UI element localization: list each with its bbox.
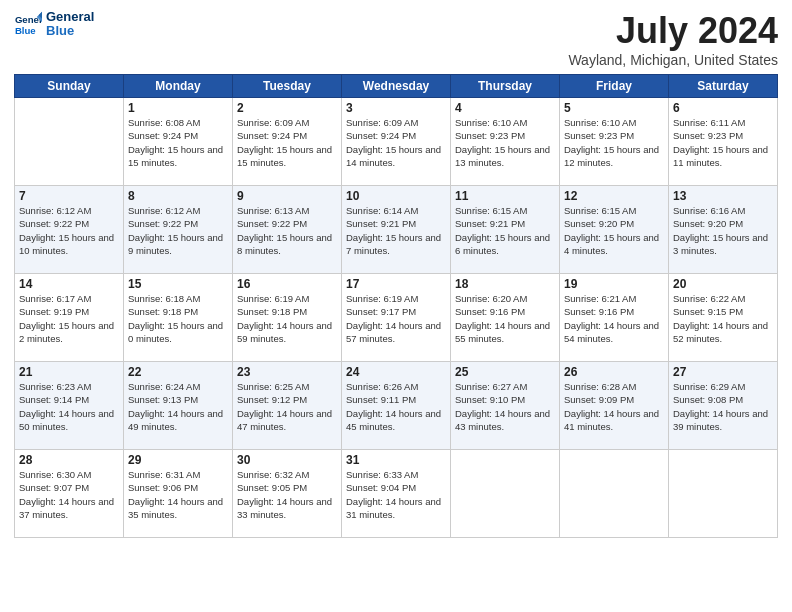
day-info: Sunrise: 6:31 AMSunset: 9:06 PMDaylight:… xyxy=(128,468,228,521)
weekday-header-friday: Friday xyxy=(560,75,669,98)
calendar-cell: 27Sunrise: 6:29 AMSunset: 9:08 PMDayligh… xyxy=(669,362,778,450)
calendar-week-row: 1Sunrise: 6:08 AMSunset: 9:24 PMDaylight… xyxy=(15,98,778,186)
calendar-cell: 18Sunrise: 6:20 AMSunset: 9:16 PMDayligh… xyxy=(451,274,560,362)
weekday-header-saturday: Saturday xyxy=(669,75,778,98)
calendar-cell: 30Sunrise: 6:32 AMSunset: 9:05 PMDayligh… xyxy=(233,450,342,538)
calendar-cell xyxy=(15,98,124,186)
weekday-header-sunday: Sunday xyxy=(15,75,124,98)
day-info: Sunrise: 6:33 AMSunset: 9:04 PMDaylight:… xyxy=(346,468,446,521)
day-number: 14 xyxy=(19,277,119,291)
day-info: Sunrise: 6:25 AMSunset: 9:12 PMDaylight:… xyxy=(237,380,337,433)
day-info: Sunrise: 6:16 AMSunset: 9:20 PMDaylight:… xyxy=(673,204,773,257)
calendar-cell: 22Sunrise: 6:24 AMSunset: 9:13 PMDayligh… xyxy=(124,362,233,450)
day-info: Sunrise: 6:22 AMSunset: 9:15 PMDaylight:… xyxy=(673,292,773,345)
day-info: Sunrise: 6:19 AMSunset: 9:17 PMDaylight:… xyxy=(346,292,446,345)
day-number: 26 xyxy=(564,365,664,379)
month-title: July 2024 xyxy=(568,10,778,52)
day-info: Sunrise: 6:12 AMSunset: 9:22 PMDaylight:… xyxy=(19,204,119,257)
day-info: Sunrise: 6:26 AMSunset: 9:11 PMDaylight:… xyxy=(346,380,446,433)
calendar-cell: 10Sunrise: 6:14 AMSunset: 9:21 PMDayligh… xyxy=(342,186,451,274)
calendar-cell: 23Sunrise: 6:25 AMSunset: 9:12 PMDayligh… xyxy=(233,362,342,450)
calendar-table: SundayMondayTuesdayWednesdayThursdayFrid… xyxy=(14,74,778,538)
calendar-cell: 14Sunrise: 6:17 AMSunset: 9:19 PMDayligh… xyxy=(15,274,124,362)
day-number: 29 xyxy=(128,453,228,467)
day-number: 4 xyxy=(455,101,555,115)
day-number: 22 xyxy=(128,365,228,379)
day-number: 21 xyxy=(19,365,119,379)
day-info: Sunrise: 6:32 AMSunset: 9:05 PMDaylight:… xyxy=(237,468,337,521)
day-info: Sunrise: 6:14 AMSunset: 9:21 PMDaylight:… xyxy=(346,204,446,257)
day-info: Sunrise: 6:17 AMSunset: 9:19 PMDaylight:… xyxy=(19,292,119,345)
weekday-header-tuesday: Tuesday xyxy=(233,75,342,98)
day-info: Sunrise: 6:29 AMSunset: 9:08 PMDaylight:… xyxy=(673,380,773,433)
calendar-cell: 26Sunrise: 6:28 AMSunset: 9:09 PMDayligh… xyxy=(560,362,669,450)
calendar-cell xyxy=(669,450,778,538)
day-number: 8 xyxy=(128,189,228,203)
day-number: 28 xyxy=(19,453,119,467)
calendar-week-row: 28Sunrise: 6:30 AMSunset: 9:07 PMDayligh… xyxy=(15,450,778,538)
day-number: 13 xyxy=(673,189,773,203)
day-number: 6 xyxy=(673,101,773,115)
day-number: 30 xyxy=(237,453,337,467)
weekday-header-thursday: Thursday xyxy=(451,75,560,98)
day-number: 10 xyxy=(346,189,446,203)
calendar-cell: 11Sunrise: 6:15 AMSunset: 9:21 PMDayligh… xyxy=(451,186,560,274)
calendar-cell: 13Sunrise: 6:16 AMSunset: 9:20 PMDayligh… xyxy=(669,186,778,274)
day-info: Sunrise: 6:27 AMSunset: 9:10 PMDaylight:… xyxy=(455,380,555,433)
calendar-cell: 8Sunrise: 6:12 AMSunset: 9:22 PMDaylight… xyxy=(124,186,233,274)
day-number: 19 xyxy=(564,277,664,291)
calendar-cell: 25Sunrise: 6:27 AMSunset: 9:10 PMDayligh… xyxy=(451,362,560,450)
day-info: Sunrise: 6:08 AMSunset: 9:24 PMDaylight:… xyxy=(128,116,228,169)
calendar-cell: 9Sunrise: 6:13 AMSunset: 9:22 PMDaylight… xyxy=(233,186,342,274)
weekday-header-wednesday: Wednesday xyxy=(342,75,451,98)
svg-text:Blue: Blue xyxy=(15,25,36,36)
location: Wayland, Michigan, United States xyxy=(568,52,778,68)
day-number: 7 xyxy=(19,189,119,203)
logo: General Blue General Blue xyxy=(14,10,94,39)
day-number: 31 xyxy=(346,453,446,467)
day-number: 9 xyxy=(237,189,337,203)
day-number: 2 xyxy=(237,101,337,115)
day-info: Sunrise: 6:12 AMSunset: 9:22 PMDaylight:… xyxy=(128,204,228,257)
day-info: Sunrise: 6:10 AMSunset: 9:23 PMDaylight:… xyxy=(564,116,664,169)
day-number: 27 xyxy=(673,365,773,379)
calendar-cell: 24Sunrise: 6:26 AMSunset: 9:11 PMDayligh… xyxy=(342,362,451,450)
day-info: Sunrise: 6:09 AMSunset: 9:24 PMDaylight:… xyxy=(237,116,337,169)
calendar-cell: 7Sunrise: 6:12 AMSunset: 9:22 PMDaylight… xyxy=(15,186,124,274)
weekday-header-monday: Monday xyxy=(124,75,233,98)
day-number: 5 xyxy=(564,101,664,115)
calendar-cell: 6Sunrise: 6:11 AMSunset: 9:23 PMDaylight… xyxy=(669,98,778,186)
day-number: 18 xyxy=(455,277,555,291)
logo-general: General xyxy=(46,10,94,24)
day-info: Sunrise: 6:15 AMSunset: 9:21 PMDaylight:… xyxy=(455,204,555,257)
calendar-week-row: 7Sunrise: 6:12 AMSunset: 9:22 PMDaylight… xyxy=(15,186,778,274)
day-info: Sunrise: 6:10 AMSunset: 9:23 PMDaylight:… xyxy=(455,116,555,169)
day-number: 25 xyxy=(455,365,555,379)
day-info: Sunrise: 6:23 AMSunset: 9:14 PMDaylight:… xyxy=(19,380,119,433)
calendar-cell xyxy=(560,450,669,538)
calendar-cell: 4Sunrise: 6:10 AMSunset: 9:23 PMDaylight… xyxy=(451,98,560,186)
day-info: Sunrise: 6:13 AMSunset: 9:22 PMDaylight:… xyxy=(237,204,337,257)
day-info: Sunrise: 6:11 AMSunset: 9:23 PMDaylight:… xyxy=(673,116,773,169)
day-number: 3 xyxy=(346,101,446,115)
header: General Blue General Blue July 2024 Wayl… xyxy=(14,10,778,68)
day-number: 1 xyxy=(128,101,228,115)
calendar-week-row: 21Sunrise: 6:23 AMSunset: 9:14 PMDayligh… xyxy=(15,362,778,450)
day-info: Sunrise: 6:30 AMSunset: 9:07 PMDaylight:… xyxy=(19,468,119,521)
calendar-cell: 31Sunrise: 6:33 AMSunset: 9:04 PMDayligh… xyxy=(342,450,451,538)
day-number: 11 xyxy=(455,189,555,203)
logo-blue: Blue xyxy=(46,24,94,38)
day-number: 17 xyxy=(346,277,446,291)
logo-icon: General Blue xyxy=(14,10,42,38)
day-info: Sunrise: 6:19 AMSunset: 9:18 PMDaylight:… xyxy=(237,292,337,345)
day-number: 15 xyxy=(128,277,228,291)
calendar-cell: 1Sunrise: 6:08 AMSunset: 9:24 PMDaylight… xyxy=(124,98,233,186)
day-number: 12 xyxy=(564,189,664,203)
calendar-cell: 15Sunrise: 6:18 AMSunset: 9:18 PMDayligh… xyxy=(124,274,233,362)
calendar-cell: 19Sunrise: 6:21 AMSunset: 9:16 PMDayligh… xyxy=(560,274,669,362)
calendar-cell: 5Sunrise: 6:10 AMSunset: 9:23 PMDaylight… xyxy=(560,98,669,186)
day-info: Sunrise: 6:21 AMSunset: 9:16 PMDaylight:… xyxy=(564,292,664,345)
weekday-header-row: SundayMondayTuesdayWednesdayThursdayFrid… xyxy=(15,75,778,98)
calendar-cell: 29Sunrise: 6:31 AMSunset: 9:06 PMDayligh… xyxy=(124,450,233,538)
calendar-cell: 16Sunrise: 6:19 AMSunset: 9:18 PMDayligh… xyxy=(233,274,342,362)
